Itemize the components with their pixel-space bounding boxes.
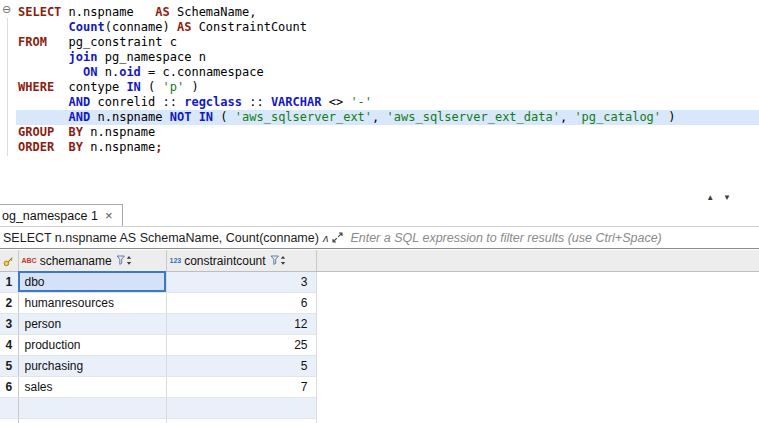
results-filter-bar[interactable]: SELECT n.nspname AS SchemaName, Count(co… <box>0 226 759 249</box>
code-line[interactable]: Count(conname) AS ConstraintCount <box>16 20 759 35</box>
code-line[interactable]: AND n.nspname NOT IN ( 'aws_sqlserver_ex… <box>16 110 759 125</box>
results-grid-panel: ABCschemaname 123constraintcount 1dbo32h… <box>0 250 759 423</box>
grid-corner-cell[interactable] <box>0 250 18 271</box>
grid-cell-constraintcount[interactable]: 25 <box>166 334 316 355</box>
column-header-constraintcount[interactable]: 123constraintcount <box>166 250 316 271</box>
results-tabbar: og_namespace 1 × <box>0 204 759 226</box>
filter-query-text: SELECT n.nspname AS SchemaName, Count(co… <box>3 231 319 245</box>
tab-label: og_namespace 1 <box>2 209 98 223</box>
tab-close-icon[interactable]: × <box>105 209 113 222</box>
grid-body: 1dbo32humanresources63person124productio… <box>0 271 759 423</box>
grid-cell-constraintcount[interactable]: 3 <box>166 271 316 292</box>
column-label: constraintcount <box>184 254 265 268</box>
grid-cell-schemaname[interactable]: person <box>18 313 166 334</box>
nav-up-icon[interactable]: ▲ <box>706 193 714 202</box>
sql-editor-panel: ⊖ SELECT n.nspname AS SchemaName, Count(… <box>0 0 759 190</box>
filter-sort-icon[interactable] <box>116 255 133 266</box>
grid-cell-schemaname[interactable]: purchasing <box>18 355 166 376</box>
sql-code[interactable]: SELECT n.nspname AS SchemaName, Count(co… <box>16 0 759 190</box>
row-filler <box>316 292 759 313</box>
table-row: 1dbo3 <box>0 271 759 292</box>
code-line[interactable]: AND conrelid :: regclass :: VARCHAR <> '… <box>16 95 759 110</box>
grid-cell-constraintcount[interactable]: 7 <box>166 376 316 397</box>
row-filler <box>316 397 759 418</box>
grid-cell-schemaname[interactable]: production <box>18 334 166 355</box>
grid-cell-constraintcount[interactable]: 6 <box>166 292 316 313</box>
results-grid: ABCschemaname 123constraintcount 1dbo32h… <box>0 250 759 423</box>
code-line[interactable]: WHERE contype IN ( 'p' ) <box>16 80 759 95</box>
table-row: 4production25 <box>0 334 759 355</box>
row-number-cell[interactable]: 6 <box>0 376 18 397</box>
row-filler <box>316 376 759 397</box>
column-label: schemaname <box>40 254 112 268</box>
empty-cell <box>0 418 18 423</box>
filter-sort-icon[interactable] <box>270 255 287 266</box>
numeric-datatype-icon: 123 <box>170 257 182 264</box>
code-line[interactable]: SELECT n.nspname AS SchemaName, <box>16 5 759 20</box>
code-line[interactable]: ORDER BY n.nspname; <box>16 140 759 155</box>
filter-placeholder: Enter a SQL expression to filter results… <box>350 231 661 245</box>
empty-cell <box>0 397 18 418</box>
grid-cell-schemaname[interactable]: humanresources <box>18 292 166 313</box>
row-filler <box>316 418 759 423</box>
filter-caret-glyph: ʌ <box>323 232 329 244</box>
row-number-cell[interactable]: 4 <box>0 334 18 355</box>
grid-header-row: ABCschemaname 123constraintcount <box>0 250 759 271</box>
empty-cell <box>166 397 316 418</box>
row-filler <box>316 271 759 292</box>
empty-cell <box>166 418 316 423</box>
nav-down-icon[interactable]: ▼ <box>723 193 731 202</box>
empty-row <box>0 397 759 418</box>
code-line[interactable]: join pg_namespace n <box>16 50 759 65</box>
row-number-cell[interactable]: 5 <box>0 355 18 376</box>
empty-row <box>0 418 759 423</box>
grid-cell-constraintcount[interactable]: 12 <box>166 313 316 334</box>
row-filler <box>316 313 759 334</box>
table-row: 3person12 <box>0 313 759 334</box>
expand-filter-icon[interactable] <box>332 232 343 243</box>
row-filler <box>316 334 759 355</box>
table-row: 2humanresources6 <box>0 292 759 313</box>
row-number-cell[interactable]: 1 <box>0 271 18 292</box>
editor-gutter: ⊖ <box>0 0 16 190</box>
code-fold-icon[interactable]: ⊖ <box>2 4 11 15</box>
row-number-cell[interactable]: 3 <box>0 313 18 334</box>
row-filler <box>316 355 759 376</box>
text-datatype-icon: ABC <box>22 257 37 264</box>
grid-cell-schemaname[interactable]: dbo <box>18 271 166 292</box>
code-line[interactable]: GROUP BY n.nspname <box>16 125 759 140</box>
tab-pg-namespace[interactable]: og_namespace 1 × <box>0 204 123 226</box>
table-row: 6sales7 <box>0 376 759 397</box>
code-line[interactable]: FROM pg_constraint c <box>16 35 759 50</box>
row-number-cell[interactable]: 2 <box>0 292 18 313</box>
grid-cell-schemaname[interactable]: sales <box>18 376 166 397</box>
key-icon <box>3 256 14 267</box>
grid-cell-constraintcount[interactable]: 5 <box>166 355 316 376</box>
empty-cell <box>18 418 166 423</box>
empty-cell <box>18 397 166 418</box>
code-line[interactable]: ON n.oid = c.connamespace <box>16 65 759 80</box>
grid-header-filler <box>316 250 759 271</box>
table-row: 5purchasing5 <box>0 355 759 376</box>
results-nav-arrows: ▲ ▼ <box>706 193 731 202</box>
column-header-schemaname[interactable]: ABCschemaname <box>18 250 166 271</box>
